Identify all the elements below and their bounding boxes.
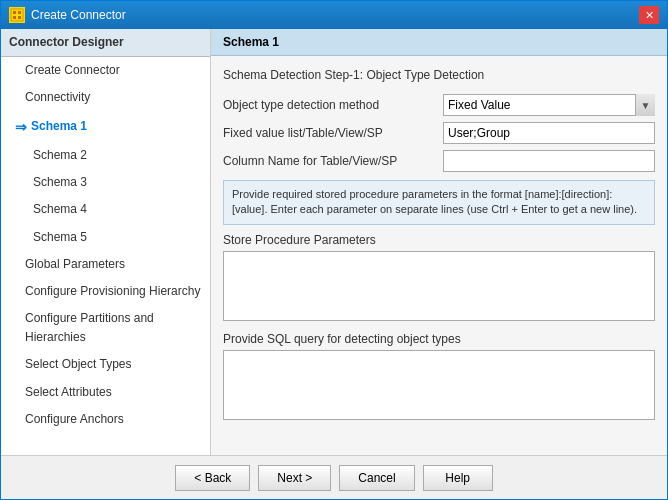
- detection-method-row: Object type detection method Fixed Value…: [223, 94, 655, 116]
- footer: < Back Next > Cancel Help: [1, 455, 667, 499]
- sidebar-item-connectivity[interactable]: Connectivity: [1, 84, 210, 111]
- sidebar-item-schema3[interactable]: Schema 3: [1, 169, 210, 196]
- detection-method-label: Object type detection method: [223, 98, 443, 112]
- column-name-input[interactable]: [443, 150, 655, 172]
- section-title: Schema Detection Step-1: Object Type Det…: [223, 68, 655, 82]
- sidebar-item-schema5[interactable]: Schema 5: [1, 224, 210, 251]
- svg-rect-3: [13, 16, 16, 19]
- hint-text: Provide required stored procedure parame…: [223, 180, 655, 225]
- column-name-label: Column Name for Table/View/SP: [223, 154, 443, 168]
- window-controls: ✕: [639, 6, 659, 24]
- svg-rect-1: [13, 11, 16, 14]
- close-button[interactable]: ✕: [639, 6, 659, 24]
- panel-header: Schema 1: [211, 29, 667, 56]
- main-panel: Schema 1 Schema Detection Step-1: Object…: [211, 29, 667, 455]
- sidebar: Connector Designer Create Connector Conn…: [1, 29, 211, 455]
- sidebar-item-global-parameters[interactable]: Global Parameters: [1, 251, 210, 278]
- svg-rect-4: [18, 16, 21, 19]
- detection-method-select-wrapper: Fixed Value Table View Stored Procedure …: [443, 94, 655, 116]
- app-icon: [9, 7, 25, 23]
- back-button[interactable]: < Back: [175, 465, 250, 491]
- column-name-row: Column Name for Table/View/SP: [223, 150, 655, 172]
- sidebar-item-schema2[interactable]: Schema 2: [1, 142, 210, 169]
- content-area: Connector Designer Create Connector Conn…: [1, 29, 667, 455]
- sql-query-label: Provide SQL query for detecting object t…: [223, 332, 655, 346]
- cancel-button[interactable]: Cancel: [339, 465, 414, 491]
- fixed-value-row: Fixed value list/Table/View/SP: [223, 122, 655, 144]
- sql-query-textarea[interactable]: [223, 350, 655, 420]
- sidebar-item-select-attributes[interactable]: Select Attributes: [1, 379, 210, 406]
- title-bar-left: Create Connector: [9, 7, 126, 23]
- svg-rect-0: [11, 9, 23, 21]
- store-procedure-textarea[interactable]: [223, 251, 655, 321]
- title-bar: Create Connector ✕: [1, 1, 667, 29]
- panel-body: Schema Detection Step-1: Object Type Det…: [211, 56, 667, 455]
- sidebar-item-schema1[interactable]: ⇒ Schema 1: [1, 112, 210, 142]
- fixed-value-input[interactable]: [443, 122, 655, 144]
- sidebar-item-select-object-types[interactable]: Select Object Types: [1, 351, 210, 378]
- column-name-control: [443, 150, 655, 172]
- next-button[interactable]: Next >: [258, 465, 331, 491]
- detection-method-control: Fixed Value Table View Stored Procedure …: [443, 94, 655, 116]
- fixed-value-control: [443, 122, 655, 144]
- sidebar-item-configure-provisioning[interactable]: Configure Provisioning Hierarchy: [1, 278, 210, 305]
- svg-rect-2: [18, 11, 21, 14]
- sidebar-item-schema4[interactable]: Schema 4: [1, 196, 210, 223]
- sidebar-item-create-connector[interactable]: Create Connector: [1, 57, 210, 84]
- arrow-icon: ⇒: [15, 116, 27, 138]
- window-title: Create Connector: [31, 8, 126, 22]
- help-button[interactable]: Help: [423, 465, 493, 491]
- sidebar-item-configure-partitions[interactable]: Configure Partitions and Hierarchies: [1, 305, 210, 351]
- main-window: Create Connector ✕ Connector Designer Cr…: [0, 0, 668, 500]
- fixed-value-label: Fixed value list/Table/View/SP: [223, 126, 443, 140]
- sidebar-item-configure-anchors[interactable]: Configure Anchors: [1, 406, 210, 433]
- detection-method-select[interactable]: Fixed Value Table View Stored Procedure …: [443, 94, 655, 116]
- store-procedure-label: Store Procedure Parameters: [223, 233, 655, 247]
- sidebar-header: Connector Designer: [1, 29, 210, 57]
